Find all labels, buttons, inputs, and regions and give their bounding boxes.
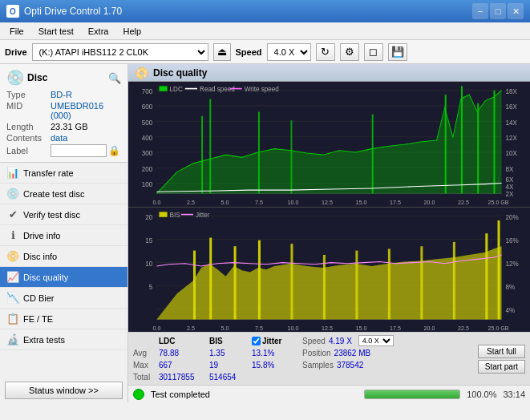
create-test-disc-label: Create test disc: [23, 189, 84, 199]
menu-help[interactable]: Help: [116, 25, 148, 38]
fe-te-label: FE / TE: [23, 314, 53, 324]
sidebar-item-verify-test-disc[interactable]: ✔ Verify test disc: [0, 204, 127, 225]
ldc-header: LDC: [159, 335, 203, 346]
quality-icon: 📀: [135, 67, 148, 79]
svg-rect-44: [461, 86, 463, 193]
sidebar-item-create-test-disc[interactable]: 💿 Create test disc: [0, 184, 127, 204]
svg-text:8%: 8%: [506, 282, 516, 290]
label-key: Label: [6, 146, 51, 155]
minimize-button[interactable]: −: [472, 3, 488, 19]
svg-text:5.0: 5.0: [221, 199, 229, 206]
svg-rect-46: [493, 91, 495, 194]
speed-select[interactable]: 4.0 X: [267, 43, 311, 61]
lock-icon: 🔒: [108, 145, 120, 156]
jitter-checkbox[interactable]: [252, 337, 261, 345]
svg-text:15.0: 15.0: [356, 199, 367, 206]
svg-rect-39: [209, 99, 211, 193]
drive-select[interactable]: (K:) ATAPI iHBS112 2 CL0K: [32, 43, 208, 61]
svg-text:5: 5: [149, 282, 153, 290]
mid-value: UMEBDR016 (000): [51, 101, 121, 120]
svg-text:500: 500: [142, 118, 153, 126]
jitter-total: [252, 371, 296, 382]
title-bar: O Opti Drive Control 1.70 − □ ✕: [0, 0, 530, 22]
svg-text:400: 400: [142, 134, 153, 142]
sidebar-item-extra-tests[interactable]: 🔬 Extra tests: [0, 329, 127, 350]
svg-rect-84: [258, 240, 261, 319]
svg-text:10: 10: [145, 259, 152, 267]
disc-quality-icon: 📈: [6, 271, 19, 283]
svg-text:10.0: 10.0: [288, 325, 299, 332]
svg-text:7.5: 7.5: [255, 325, 263, 332]
svg-text:22.5: 22.5: [458, 199, 469, 206]
svg-text:25.0 GB: 25.0 GB: [488, 325, 509, 332]
svg-text:8X: 8X: [506, 164, 514, 172]
svg-rect-40: [258, 112, 260, 194]
menu-start-test[interactable]: Start test: [32, 25, 80, 38]
svg-text:16%: 16%: [506, 236, 520, 244]
label-input[interactable]: [51, 144, 107, 157]
disc-quality-label: Disc quality: [23, 273, 68, 282]
svg-text:25.0 GB: 25.0 GB: [488, 199, 509, 206]
eject-button[interactable]: ⏏: [213, 43, 231, 61]
svg-text:2.5: 2.5: [187, 325, 195, 332]
blank-button[interactable]: ◻: [364, 43, 383, 61]
svg-rect-93: [159, 212, 167, 216]
jitter-max: 15.8%: [252, 359, 296, 370]
jitter-avg: 13.1%: [252, 347, 296, 358]
verify-test-disc-icon: ✔: [6, 208, 19, 220]
sidebar-item-cd-bier[interactable]: 📉 CD Bier: [0, 288, 127, 309]
menu-bar: File Start test Extra Help: [0, 22, 530, 40]
start-part-button[interactable]: Start part: [478, 360, 525, 374]
disc-panel-title: Disc: [27, 72, 47, 83]
ldc-avg: 78.88: [159, 347, 203, 358]
disc-icon: 💿: [6, 69, 24, 87]
close-button[interactable]: ✕: [508, 3, 524, 19]
sidebar-item-drive-info[interactable]: ℹ Drive info: [0, 225, 127, 246]
refresh-button[interactable]: ↻: [316, 43, 335, 61]
svg-rect-43: [445, 95, 447, 193]
save-button[interactable]: 💾: [388, 43, 407, 61]
svg-text:7.5: 7.5: [255, 199, 263, 206]
drive-info-label: Drive info: [23, 231, 60, 240]
chart2: 20 15 10 5 20% 16% 12% 8% 4% 0.0 2.5 5.0…: [128, 208, 530, 333]
status-led: [133, 389, 144, 400]
progress-percent: 100.0%: [467, 390, 496, 399]
svg-text:700: 700: [142, 87, 153, 95]
disc-detail-icon: 🔍: [108, 72, 121, 84]
svg-rect-87: [355, 250, 358, 319]
total-label: Total: [133, 371, 156, 382]
avg-label: Avg: [133, 347, 156, 358]
svg-text:12%: 12%: [506, 259, 520, 267]
status-window-button[interactable]: Status window >>: [5, 382, 123, 399]
sidebar-item-transfer-rate[interactable]: 📊 Transfer rate: [0, 163, 127, 184]
svg-text:20%: 20%: [506, 212, 520, 220]
bis-max: 19: [209, 359, 245, 370]
start-full-button[interactable]: Start full: [478, 345, 525, 358]
speed-stat-select[interactable]: 4.0 X: [358, 335, 394, 346]
settings-button[interactable]: ⚙: [340, 43, 359, 61]
contents-value: data: [51, 133, 67, 143]
menu-file[interactable]: File: [3, 25, 30, 38]
svg-rect-83: [234, 246, 237, 319]
svg-rect-86: [323, 254, 326, 318]
sidebar-item-fe-te[interactable]: 📋 FE / TE: [0, 309, 127, 329]
svg-text:Jitter: Jitter: [196, 210, 210, 218]
svg-rect-38: [201, 116, 203, 194]
extra-tests-icon: 🔬: [6, 333, 19, 345]
extra-tests-label: Extra tests: [23, 335, 65, 345]
svg-text:12.5: 12.5: [322, 199, 333, 206]
disc-panel: 💿 Disc 🔍 Type BD-R MID UMEBDR016 (000) L…: [0, 64, 127, 163]
bis-total: 514654: [209, 371, 245, 382]
verify-test-disc-label: Verify test disc: [23, 210, 80, 220]
maximize-button[interactable]: □: [490, 3, 506, 19]
length-value: 23.31 GB: [51, 122, 87, 131]
quality-header: 📀 Disc quality: [128, 64, 530, 82]
sidebar-item-disc-quality[interactable]: 📈 Disc quality: [0, 267, 127, 288]
svg-rect-92: [498, 220, 500, 319]
sidebar-item-disc-info[interactable]: 📀 Disc info: [0, 246, 127, 267]
menu-extra[interactable]: Extra: [82, 25, 115, 38]
time-display: 33:14: [503, 390, 525, 399]
svg-text:600: 600: [142, 103, 153, 111]
bis-header: BIS: [209, 335, 245, 346]
svg-text:22.5: 22.5: [458, 325, 469, 332]
